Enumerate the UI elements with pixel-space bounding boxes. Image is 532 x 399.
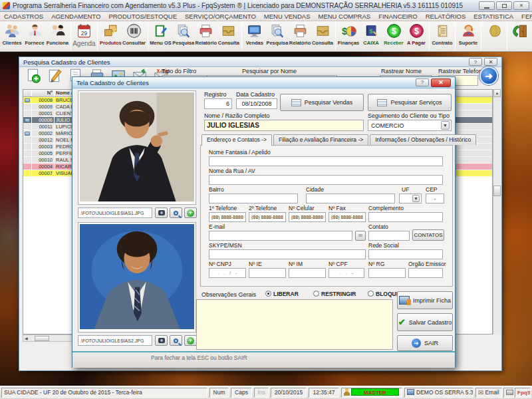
scroll-left-icon[interactable]: ◀ bbox=[25, 336, 28, 340]
menu-cadastros[interactable]: CADASTROS bbox=[0, 12, 47, 21]
menu-agendamento[interactable]: AGENDAMENTO bbox=[47, 12, 104, 21]
email-field[interactable] bbox=[209, 231, 352, 241]
toolbar-separator bbox=[455, 23, 456, 51]
menu-estatistica[interactable]: ESTATISTICA bbox=[469, 12, 517, 21]
scroll-up-icon[interactable]: ▲ bbox=[493, 89, 501, 97]
tel2-field[interactable] bbox=[249, 212, 286, 222]
toolbar-button-clientes[interactable]: Clientes bbox=[1, 22, 23, 51]
cidade-field[interactable] bbox=[306, 194, 395, 203]
nome-fantasia-field[interactable] bbox=[209, 156, 443, 166]
toolbar-button-agenda[interactable]: 29 Agenda bbox=[72, 22, 96, 51]
toolbar-button-vendas[interactable]: Vendas bbox=[243, 22, 266, 51]
help-button[interactable]: ? bbox=[469, 58, 482, 66]
radio-restringir[interactable]: RESTRINGIR bbox=[313, 291, 356, 297]
pesquisar-vendas-button[interactable]: Pesquisar Vendas bbox=[280, 94, 364, 111]
add-photo-button[interactable]: + bbox=[184, 207, 197, 218]
toolbar-button-receber[interactable]: $ Receber bbox=[382, 22, 405, 51]
horizontal-scrollbar[interactable]: ◀ bbox=[23, 334, 74, 342]
webcam-button[interactable] bbox=[155, 207, 168, 218]
close-button[interactable]: × bbox=[513, 1, 529, 10]
tab-informacoes-historico[interactable]: Informações / Observações / Histórico bbox=[370, 134, 476, 145]
toolbar-button-fornecedor[interactable]: Fornece bbox=[23, 22, 46, 51]
client-photo-1 bbox=[78, 90, 196, 205]
status-email[interactable]: ✉Email bbox=[475, 388, 502, 398]
rede-social-field[interactable] bbox=[368, 249, 443, 259]
toolbar-label: Funciona bbox=[47, 40, 68, 46]
dialog-help-button[interactable]: ? bbox=[416, 78, 429, 86]
toolbar-button-relatorio-vendas[interactable]: Relatório bbox=[289, 22, 311, 51]
toolbar-button-consulta-os[interactable]: Consulta bbox=[217, 22, 240, 51]
sair-button[interactable]: ➜ SAIR bbox=[397, 335, 453, 351]
add-photo-button[interactable]: + bbox=[184, 335, 197, 346]
nome-field[interactable] bbox=[204, 120, 364, 131]
zoom-photo-button[interactable] bbox=[170, 335, 182, 346]
registro-field[interactable] bbox=[204, 98, 232, 109]
contatos-button[interactable]: CONTATOS bbox=[412, 229, 444, 241]
bairro-field[interactable] bbox=[209, 194, 298, 203]
fax-field[interactable] bbox=[329, 212, 366, 222]
toolbar-button-suporte[interactable]: Suporte bbox=[457, 22, 479, 51]
menu-compras[interactable]: MENU COMPRAS bbox=[314, 12, 374, 21]
im-field[interactable] bbox=[289, 268, 326, 278]
menu-servico-orcamento[interactable]: SERVIÇO/ORÇAMENTO bbox=[181, 12, 260, 21]
status-printer[interactable] bbox=[503, 388, 514, 398]
dialog-close-button[interactable]: ✕ bbox=[431, 78, 451, 87]
tab-filiacao-financeira[interactable]: Filiação e Avaliação Financeira -> bbox=[273, 134, 368, 145]
toolbar-button-pesquisa-os[interactable]: Pesquisa bbox=[172, 22, 195, 51]
contato-field[interactable] bbox=[368, 231, 410, 241]
toolbar-button-produtos[interactable]: Produtos bbox=[99, 22, 122, 51]
imprimir-ficha-button[interactable]: Imprimir Ficha bbox=[397, 291, 453, 309]
toolbar-button-contrato[interactable]: Contrato bbox=[431, 22, 454, 51]
menu-vendas[interactable]: MENU VENDAS bbox=[260, 12, 315, 21]
cpf-field[interactable] bbox=[329, 268, 364, 278]
toolbar-button-caixa[interactable]: $ CAIXA bbox=[360, 22, 382, 51]
cnpj-field[interactable] bbox=[209, 268, 246, 278]
toolbar-button-financas[interactable]: $ Finanças bbox=[337, 22, 360, 51]
orgao-emissor-field[interactable] bbox=[408, 268, 443, 278]
photo1-path-field[interactable]: .\FOTO\JULIOIGLESIAS1.JPG bbox=[78, 207, 152, 218]
menu-produtos-estoque[interactable]: PRODUTOS/ESTOQUE bbox=[104, 12, 181, 21]
data-cadastro-field[interactable] bbox=[236, 98, 277, 109]
complemento-field[interactable] bbox=[368, 212, 443, 222]
edit-record-icon[interactable] bbox=[46, 67, 63, 84]
toolbar-button-menu-os[interactable]: Menu OS bbox=[150, 22, 172, 51]
webcam-button[interactable] bbox=[155, 335, 168, 346]
vertical-scrollbar[interactable]: ▲ bbox=[493, 89, 501, 334]
pesquisar-servicos-button[interactable]: Pesquisar Serviços bbox=[368, 94, 452, 111]
seguimento-dropdown[interactable]: COMERCIO ▼ bbox=[368, 120, 452, 131]
radio-liberar[interactable]: LIBERAR bbox=[265, 291, 299, 297]
toolbar-button-consulta-vendas[interactable]: Consulta bbox=[311, 22, 334, 51]
close-search-window-button[interactable]: ✕ bbox=[484, 58, 497, 66]
menu-financeiro[interactable]: FINANCEIRO bbox=[374, 12, 422, 21]
photo2-path-field[interactable]: .\FOTO\JULIOIGLESIAS2.JPG bbox=[78, 335, 152, 346]
ie-field[interactable] bbox=[249, 268, 286, 278]
rg-field[interactable] bbox=[368, 268, 406, 278]
toolbar-button-relatorio-os[interactable]: Relatório bbox=[195, 22, 217, 51]
cep-field[interactable] bbox=[426, 194, 444, 203]
zoom-photo-button[interactable] bbox=[170, 207, 182, 218]
toolbar-button-funcionario[interactable]: Funciona bbox=[46, 22, 69, 51]
toolbar-button-consultar-produto[interactable]: Consultar bbox=[122, 22, 146, 51]
restore-button[interactable] bbox=[496, 1, 512, 10]
send-email-button[interactable]: ✉ bbox=[355, 231, 366, 241]
uf-dropdown[interactable]: ▼ bbox=[399, 194, 422, 203]
tab-endereco-contatos[interactable]: Endereço e Contatos -> bbox=[201, 134, 272, 146]
scrollbar-thumb[interactable] bbox=[493, 186, 501, 196]
status-time: 12:35:47 bbox=[309, 388, 339, 398]
minimize-button[interactable] bbox=[479, 1, 495, 10]
toolbar-button-sair-sistema[interactable] bbox=[509, 22, 531, 51]
skype-field[interactable] bbox=[209, 249, 366, 259]
rua-field[interactable] bbox=[209, 175, 443, 185]
menu-ferramentas[interactable]: FERRAMENTAS bbox=[517, 12, 532, 21]
menu-relatorios[interactable]: RELATÓRIOS bbox=[422, 12, 470, 21]
observacoes-textarea[interactable] bbox=[196, 299, 393, 350]
tel1-field[interactable] bbox=[209, 212, 246, 222]
salvar-cadastro-button[interactable]: ✔ Salvar Cadastro bbox=[397, 313, 453, 331]
go-search-button[interactable]: ➜ bbox=[479, 66, 498, 85]
toolbar-button-moeda[interactable] bbox=[483, 22, 505, 51]
toolbar-button-pesquisa-vendas[interactable]: Pesquisa bbox=[266, 22, 289, 51]
new-record-icon[interactable] bbox=[25, 67, 42, 84]
toolbar-button-a-pagar[interactable]: $ A Pagar bbox=[405, 22, 428, 51]
scrollbar-thumb[interactable] bbox=[35, 336, 49, 341]
celular-field[interactable] bbox=[289, 212, 326, 222]
